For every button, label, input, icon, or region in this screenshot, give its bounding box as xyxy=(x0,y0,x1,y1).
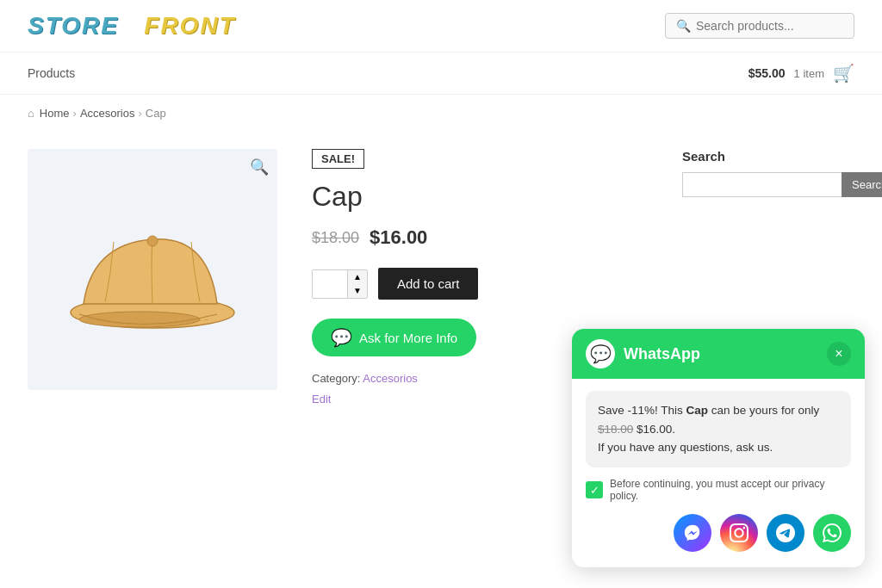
home-icon: ⌂ xyxy=(28,107,34,120)
whatsapp-icon: 💬 xyxy=(331,327,352,348)
navigation-bar: Products $55.00 1 item 🛒 xyxy=(0,53,882,95)
product-image xyxy=(58,192,247,347)
whatsapp-popup-header: 💬 WhatsApp × xyxy=(572,329,865,379)
category-label: Category: xyxy=(312,372,360,385)
quantity-arrows: ▲ ▼ xyxy=(347,270,367,298)
product-title: Cap xyxy=(312,181,648,213)
breadcrumb-sep-2: › xyxy=(138,107,141,120)
quantity-input-field[interactable]: 1 xyxy=(313,270,347,298)
quantity-cart-row: 1 ▲ ▼ Add to cart xyxy=(312,268,648,300)
header: STORE FRONT 🔍 xyxy=(0,0,882,53)
header-search-input[interactable] xyxy=(696,19,843,33)
logo: STORE FRONT xyxy=(28,12,236,40)
sidebar-search-button[interactable]: Search xyxy=(842,172,882,197)
edit-link[interactable]: Edit xyxy=(312,393,331,405)
cart-summary: $55.00 1 item 🛒 xyxy=(748,63,854,84)
logo-store-text: STORE xyxy=(28,12,119,39)
quantity-down-button[interactable]: ▼ xyxy=(348,284,367,298)
sidebar-search-input[interactable] xyxy=(682,172,842,197)
breadcrumb-sep-1: › xyxy=(73,107,77,120)
breadcrumb-current: Cap xyxy=(146,107,166,120)
breadcrumb-home[interactable]: Home xyxy=(40,107,70,120)
whatsapp-popup-close-button[interactable]: × xyxy=(827,342,851,366)
sale-price: $16.00 xyxy=(370,226,427,249)
whatsapp-popup-logo: 💬 xyxy=(586,339,615,368)
svg-point-1 xyxy=(147,236,158,246)
whatsapp-message-bubble: Save -11%! This Cap can be yours for onl… xyxy=(586,391,851,423)
price-container: $18.00 $16.00 xyxy=(312,226,648,249)
sidebar-search-row: Search xyxy=(682,172,854,197)
quantity-stepper[interactable]: 1 ▲ ▼ xyxy=(312,269,368,299)
breadcrumb-category[interactable]: Accesorios xyxy=(80,107,135,120)
whatsapp-popup-body: Save -11%! This Cap can be yours for onl… xyxy=(572,379,865,423)
zoom-icon[interactable]: 🔍 xyxy=(250,158,269,176)
ask-more-label: Ask for More Info xyxy=(359,331,457,345)
whatsapp-popup-title: WhatsApp xyxy=(624,345,818,363)
sale-badge: SALE! xyxy=(312,149,364,169)
cart-items-count: 1 item xyxy=(794,67,824,80)
category-link[interactable]: Accesorios xyxy=(363,372,418,385)
ask-more-info-button[interactable]: 💬 Ask for More Info xyxy=(312,319,476,356)
header-search-bar[interactable]: 🔍 xyxy=(665,13,854,39)
search-icon: 🔍 xyxy=(676,19,691,33)
logo-front-text: FRONT xyxy=(144,12,235,39)
cart-price: $55.00 xyxy=(748,66,786,80)
whatsapp-popup: 💬 WhatsApp × Save -11%! This Cap can be … xyxy=(572,329,865,423)
products-nav-link[interactable]: Products xyxy=(28,66,75,80)
original-price: $18.00 xyxy=(312,229,359,247)
product-image-container: 🔍 xyxy=(28,149,277,390)
cart-icon[interactable]: 🛒 xyxy=(833,63,854,84)
breadcrumb: ⌂ Home › Accesorios › Cap xyxy=(0,95,882,132)
quantity-up-button[interactable]: ▲ xyxy=(348,270,367,284)
add-to-cart-button[interactable]: Add to cart xyxy=(378,268,479,300)
wa-msg-part1: Save -11%! This Cap can be yours for onl… xyxy=(598,404,819,417)
sidebar-search-title: Search xyxy=(682,149,854,164)
